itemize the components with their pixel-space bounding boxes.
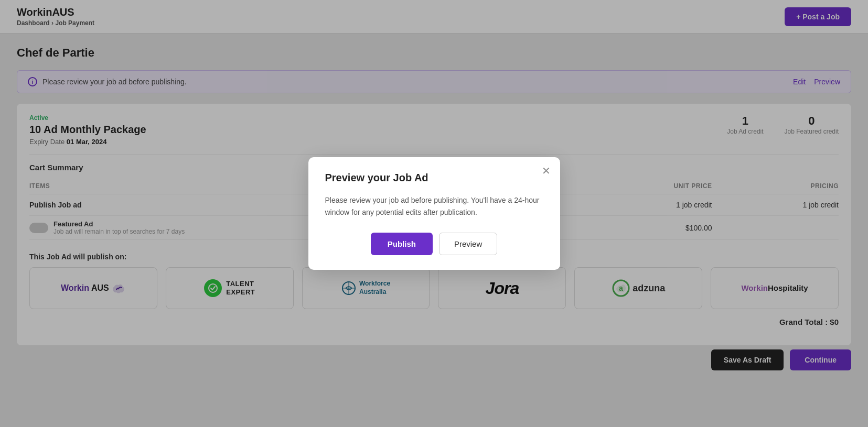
preview-job-ad-modal: Preview your Job Ad ✕ Please review your… — [308, 157, 560, 270]
preview-button[interactable]: Preview — [439, 233, 497, 255]
modal-actions: Publish Preview — [325, 233, 543, 255]
modal-overlay[interactable]: Preview your Job Ad ✕ Please review your… — [0, 0, 868, 427]
modal-title: Preview your Job Ad — [325, 172, 543, 184]
modal-body: Please review your job ad before publish… — [325, 194, 543, 218]
modal-close-button[interactable]: ✕ — [542, 166, 551, 176]
publish-button[interactable]: Publish — [371, 233, 433, 255]
